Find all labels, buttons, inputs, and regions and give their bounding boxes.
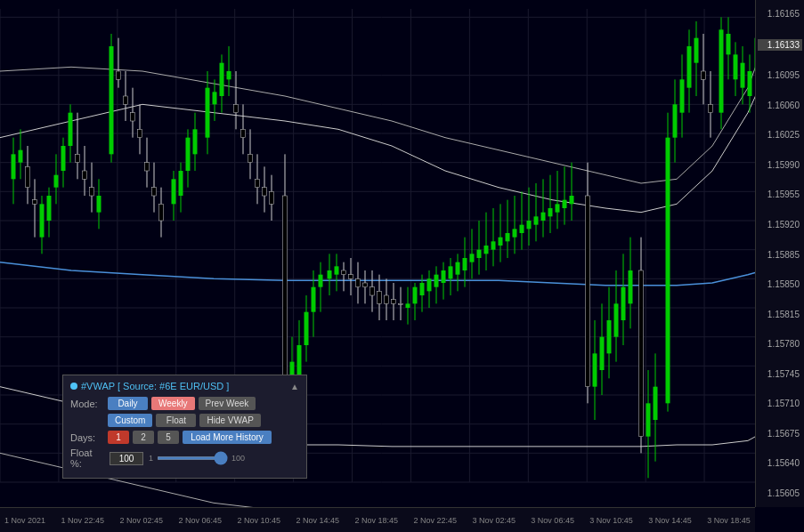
float-button[interactable]: Float bbox=[156, 414, 196, 427]
time-label-8: 3 Nov 02:45 bbox=[472, 516, 516, 525]
time-label-0: 1 Nov 2021 bbox=[4, 516, 45, 525]
daily-button[interactable]: Daily bbox=[108, 397, 148, 410]
price-level-7: 1.15920 bbox=[758, 220, 802, 230]
mode-label: Mode: bbox=[70, 399, 104, 409]
indicator-header: #VWAP [ Source: #6E EUR/USD ] ▲ bbox=[70, 381, 299, 391]
price-level-current: 1.16133 bbox=[758, 39, 802, 51]
time-label-4: 2 Nov 10:45 bbox=[237, 516, 280, 525]
time-label-3: 2 Nov 06:45 bbox=[178, 516, 222, 525]
price-level-15: 1.15640 bbox=[758, 458, 802, 468]
prev-week-button[interactable]: Prev Week bbox=[199, 397, 256, 410]
price-level-13: 1.15710 bbox=[758, 399, 802, 408]
time-label-10: 3 Nov 10:45 bbox=[589, 516, 633, 525]
price-level-0: 1.16165 bbox=[758, 9, 802, 19]
time-label-7: 2 Nov 22:45 bbox=[413, 516, 457, 525]
time-label-1: 1 Nov 22:45 bbox=[61, 516, 104, 525]
float-row: Float %: 1 100 bbox=[70, 447, 299, 469]
hide-vwap-button[interactable]: Hide VWAP bbox=[199, 414, 260, 427]
float-label: Float %: bbox=[70, 447, 104, 469]
indicator-dot bbox=[70, 383, 77, 390]
price-level-2: 1.16095 bbox=[758, 70, 802, 80]
time-label-12: 3 Nov 18:45 bbox=[707, 516, 751, 525]
custom-row: Custom Float Hide VWAP bbox=[70, 414, 299, 427]
time-label-2: 2 Nov 02:45 bbox=[119, 516, 163, 525]
days-row: Days: 1 2 5 Load More History bbox=[70, 431, 299, 444]
indicator-panel: #VWAP [ Source: #6E EUR/USD ] ▲ Mode: Da… bbox=[62, 375, 307, 479]
time-label-9: 3 Nov 06:45 bbox=[531, 516, 574, 525]
price-level-8: 1.15885 bbox=[758, 250, 802, 260]
price-level-4: 1.16025 bbox=[758, 130, 802, 140]
slider-min-label: 1 bbox=[149, 454, 153, 463]
chart-container: EURUSD,M15 1.16165 1.16133 1.16095 1.160… bbox=[0, 0, 804, 532]
load-more-button[interactable]: Load More History bbox=[183, 431, 272, 444]
slider-container: 1 100 bbox=[149, 454, 245, 463]
slider-max-label: 100 bbox=[231, 454, 245, 463]
price-level-9: 1.15850 bbox=[758, 279, 802, 289]
indicator-title: #VWAP [ Source: #6E EUR/USD ] bbox=[70, 381, 229, 391]
time-label-11: 3 Nov 14:45 bbox=[648, 516, 692, 525]
price-axis: 1.16165 1.16133 1.16095 1.16060 1.16025 … bbox=[755, 0, 804, 507]
indicator-title-text: #VWAP [ Source: #6E EUR/USD ] bbox=[81, 381, 229, 391]
float-input[interactable] bbox=[110, 452, 143, 465]
days-label: Days: bbox=[70, 432, 104, 443]
price-level-3: 1.16060 bbox=[758, 101, 802, 110]
price-level-6: 1.15955 bbox=[758, 189, 802, 199]
float-slider[interactable] bbox=[157, 456, 228, 460]
price-level-11: 1.15780 bbox=[758, 339, 802, 349]
day1-button[interactable]: 1 bbox=[108, 431, 129, 444]
custom-button[interactable]: Custom bbox=[108, 414, 152, 427]
price-level-14: 1.15675 bbox=[758, 429, 802, 439]
day5-button[interactable]: 5 bbox=[158, 431, 179, 444]
price-level-12: 1.15745 bbox=[758, 369, 802, 379]
price-level-10: 1.15815 bbox=[758, 310, 802, 319]
time-axis: 1 Nov 2021 1 Nov 22:45 2 Nov 02:45 2 Nov… bbox=[0, 507, 755, 532]
indicator-collapse-icon[interactable]: ▲ bbox=[290, 382, 299, 391]
time-label-5: 2 Nov 14:45 bbox=[296, 516, 339, 525]
price-level-16: 1.15605 bbox=[758, 488, 802, 498]
day2-button[interactable]: 2 bbox=[133, 431, 154, 444]
weekly-button[interactable]: Weekly bbox=[151, 397, 195, 410]
mode-row: Mode: Daily Weekly Prev Week bbox=[70, 397, 299, 410]
time-label-6: 2 Nov 18:45 bbox=[354, 516, 398, 525]
price-level-5: 1.15990 bbox=[758, 160, 802, 170]
